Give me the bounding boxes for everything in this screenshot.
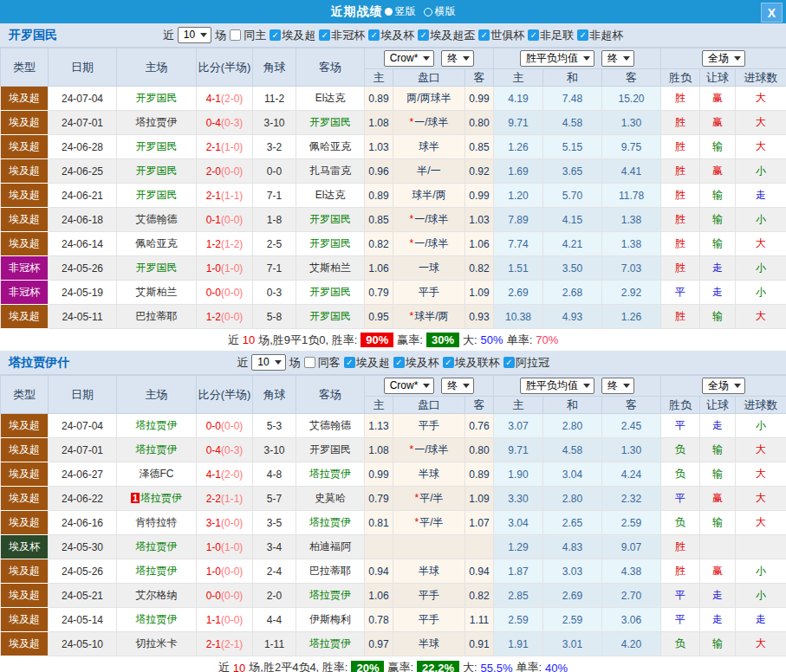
handicap-result-cell: 输 [700, 632, 736, 656]
date-cell: 24-05-21 [49, 584, 117, 608]
match-row: 非冠杯24-05-26开罗国民1-0(1-0)7-1艾斯柏兰1.06一球0.82… [1, 256, 786, 281]
away-odds-cell: 0.82 [465, 256, 494, 281]
league-filter[interactable]: ✓埃及超 [344, 355, 390, 371]
handicap-cell: *球半/两 [393, 305, 465, 329]
radio-vertical-layout[interactable]: 竖版 [385, 4, 416, 19]
away-team-cell: 塔拉贾伊 [296, 462, 365, 487]
checkbox-checked-icon[interactable]: ✓ [344, 357, 355, 368]
handicap-cell: 半球 [393, 462, 465, 487]
same-venue-filter[interactable]: 同主 [230, 28, 266, 43]
match-row: 埃及超24-05-26塔拉贾伊1-0(0-0)2-4巴拉蒂耶0.94半球0.94… [1, 559, 786, 584]
league-filter[interactable]: ✓埃及联杯 [443, 355, 500, 371]
league-filter[interactable]: ✓非超杯 [577, 28, 623, 43]
bookmaker-select[interactable]: Crow* [384, 378, 435, 394]
handicap-result-cell: 输 [700, 208, 736, 232]
close-button[interactable]: X [761, 3, 783, 23]
corner-cell: 5-3 [253, 414, 296, 438]
avg-lose-cell: 2.45 [602, 414, 661, 438]
col-home-odds: 主 [365, 69, 393, 87]
goals-result-cell: 大 [736, 305, 786, 329]
chevron-down-icon [583, 56, 590, 61]
checkbox-checked-icon[interactable]: ✓ [319, 29, 330, 41]
home-odds-cell: 1.08 [365, 111, 393, 135]
wdl-average-select[interactable]: 胜平负均值 [520, 50, 594, 67]
wdl-average-select[interactable]: 胜平负均值 [520, 378, 594, 394]
score-cell: 2-0(0-0) [197, 159, 253, 184]
odd-rate-value: 40% [545, 662, 568, 672]
match-row: 埃及超24-06-14佩哈亚克1-2(1-2)2-5开罗国民0.82*一/球半1… [1, 232, 786, 256]
date-cell: 24-05-30 [49, 535, 117, 559]
league-filters: ✓埃及超✓非冠杯✓埃及杯✓埃及超盃✓世俱杯✓非足联✓非超杯 [270, 28, 623, 43]
home-odds-cell: 0.82 [365, 232, 393, 256]
home-odds-cell: 1.06 [365, 584, 393, 608]
wdl-result-cell: 胜 [661, 184, 700, 208]
checkbox-checked-icon[interactable]: ✓ [418, 29, 429, 41]
radio-horizontal-layout[interactable]: 横版 [424, 4, 456, 19]
away-odds-cell: 1.09 [465, 281, 494, 305]
checkbox-checked-icon[interactable]: ✓ [577, 29, 588, 41]
date-cell: 24-05-11 [49, 305, 117, 329]
recent-count-select[interactable]: 10 [178, 27, 211, 43]
bookmaker-select[interactable]: Crow* [384, 50, 435, 67]
same-venue-filter[interactable]: 同客 [304, 355, 341, 371]
col-handicap: 盘口 [393, 69, 465, 87]
checkbox-unchecked-icon[interactable] [230, 29, 241, 41]
league-cell: 非冠杯 [1, 281, 49, 305]
avg-draw-cell: 7.48 [543, 87, 602, 111]
wdl-result-cell: 胜 [661, 87, 700, 111]
period-select[interactable]: 全场 [702, 50, 745, 67]
home-odds-cell: 0.96 [365, 159, 393, 184]
away-team-cell: 艾德翰德 [296, 414, 365, 438]
chevron-down-icon [734, 384, 741, 388]
odds-time-select[interactable]: 终 [441, 50, 474, 67]
wdl-time-select[interactable]: 终 [601, 50, 634, 67]
corner-cell: 11-2 [253, 87, 296, 111]
checkbox-unchecked-icon[interactable] [304, 357, 315, 368]
handicap-result-cell: 走 [700, 608, 736, 632]
close-icon: X [768, 6, 776, 20]
score-cell: 0-0(0-0) [197, 414, 253, 438]
league-filter[interactable]: ✓埃及超 [270, 28, 315, 43]
goals-result-cell: 大 [736, 632, 786, 656]
checkbox-checked-icon[interactable]: ✓ [270, 29, 281, 41]
corner-cell: 3-5 [253, 511, 296, 535]
checkbox-checked-icon[interactable]: ✓ [368, 29, 380, 41]
league-filter[interactable]: ✓埃及杯 [393, 355, 439, 371]
goals-result-cell: 小 [736, 208, 786, 232]
home-team-cell: 开罗国民 [117, 184, 197, 208]
odds-time-select[interactable]: 终 [441, 378, 474, 394]
checkbox-checked-icon[interactable]: ✓ [528, 29, 539, 41]
wdl-time-select[interactable]: 终 [601, 378, 634, 394]
avg-lose-cell: 15.20 [602, 87, 661, 111]
handicap-result-cell: 输 [700, 184, 736, 208]
league-filter[interactable]: ✓非冠杯 [319, 28, 365, 43]
wdl-result-cell: 胜 [661, 256, 700, 281]
goals-result-cell: 大 [736, 487, 786, 511]
dialog-title: 近期战绩 [331, 4, 383, 20]
league-filter[interactable]: ✓埃及超盃 [418, 28, 475, 43]
period-select[interactable]: 全场 [702, 378, 745, 394]
recent-count-select[interactable]: 10 [251, 354, 285, 371]
home-odds-cell: 0.79 [365, 487, 393, 511]
home-team-cell: 切拉米卡 [117, 632, 197, 656]
home-odds-cell [365, 535, 393, 559]
league-filter[interactable]: ✓阿拉冠 [503, 355, 549, 371]
score-cell: 3-1(0-0) [197, 511, 253, 535]
league-filter[interactable]: ✓埃及杯 [368, 28, 414, 43]
away-odds-cell: 0.82 [465, 584, 494, 608]
checkbox-checked-icon[interactable]: ✓ [443, 357, 454, 368]
checkbox-checked-icon[interactable]: ✓ [503, 357, 515, 368]
wdl-result-cell: 平 [661, 487, 700, 511]
matches-tbody: 埃及超24-07-04开罗国民4-1(2-0)11-2El达克0.89两/两球半… [1, 87, 786, 329]
checkbox-checked-icon[interactable]: ✓ [478, 29, 490, 41]
checkbox-checked-icon[interactable]: ✓ [393, 357, 405, 368]
avg-win-cell: 2.59 [494, 608, 543, 632]
chevron-down-icon [275, 360, 282, 365]
league-filter[interactable]: ✓非足联 [528, 28, 574, 43]
handicap-cell: *平/半 [393, 487, 465, 511]
score-cell: 4-1(2-0) [197, 462, 253, 487]
score-cell: 1-2(1-2) [197, 232, 253, 256]
matches-table: 类型 日期 主场 比分(半场) 角球 客场 Crow* 终 胜平负均值 [0, 375, 786, 656]
radio-selected-icon [385, 8, 393, 16]
league-filter[interactable]: ✓世俱杯 [478, 28, 524, 43]
